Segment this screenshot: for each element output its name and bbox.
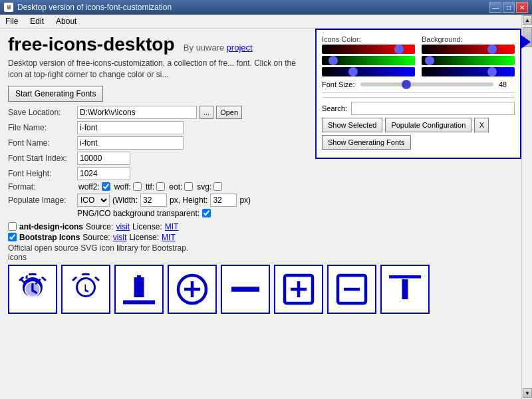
svg-rect-10 (402, 279, 408, 299)
main-content: Icons Color: Background: Font Size: 48 (0, 29, 532, 319)
format-woff2-label[interactable]: woff2: (78, 182, 110, 192)
app-title: free-icons-desktop (8, 34, 175, 55)
bootstrap-name: Bootstrap Icons (19, 233, 80, 242)
background-label: Background: (422, 35, 515, 43)
svg-rect-3 (136, 277, 142, 295)
bootstrap-license-link[interactable]: MIT (162, 233, 176, 242)
bg-transparent-checkbox[interactable] (202, 209, 211, 217)
height-label: px, Height: (170, 196, 207, 205)
window-controls: — □ ✕ (489, 2, 528, 13)
scroll-up-button[interactable]: ▲ (523, 15, 532, 25)
library-bootstrap: Bootstrap Icons Source: visit License: M… (8, 233, 524, 242)
icon-grid (8, 265, 524, 314)
ant-license-label: License: (132, 222, 162, 231)
icons-green-slider[interactable] (322, 56, 415, 65)
icon-alarm-outline[interactable] (61, 265, 110, 314)
icon-align-top[interactable] (380, 265, 430, 314)
populate-select[interactable]: ICO PNG (77, 194, 110, 207)
font-size-value: 48 (499, 80, 515, 88)
format-woff2-checkbox[interactable] (102, 182, 110, 191)
bg-blue-slider[interactable] (422, 67, 515, 76)
start-generating-button[interactable]: Start Generating Fonts (8, 86, 103, 102)
project-link[interactable]: project (227, 43, 253, 53)
by-text: By uuware (184, 43, 224, 53)
icon-dash[interactable] (221, 265, 270, 314)
icons-color-section: Icons Color: (322, 35, 415, 76)
title-bar: 🖥 Desktop version of icons-font-customiz… (0, 0, 532, 15)
open-button[interactable]: Open (216, 106, 242, 119)
ant-source-link[interactable]: visit (116, 222, 130, 231)
bootstrap-checkbox[interactable] (8, 233, 17, 241)
save-location-input[interactable] (77, 106, 197, 119)
icon-alarm-filled[interactable] (8, 265, 57, 314)
menu-about[interactable]: About (53, 16, 79, 27)
bootstrap-source-label: Source: (82, 233, 110, 242)
format-eot-label[interactable]: eot: (169, 182, 193, 192)
file-name-input[interactable] (77, 121, 184, 134)
icon-align-bottom[interactable] (114, 265, 164, 314)
font-name-label: Font Name: (8, 138, 74, 148)
px-label: px) (239, 196, 251, 205)
format-svg-checkbox[interactable] (213, 182, 222, 191)
search-input[interactable] (351, 102, 515, 115)
icon-dash-square[interactable] (327, 265, 376, 314)
font-height-label: Font Height: (8, 169, 74, 178)
populate-config-button[interactable]: Populate Configuration (385, 118, 471, 132)
save-location-label: Save Location: (8, 108, 74, 117)
ant-license-link[interactable]: MIT (165, 222, 179, 231)
font-name-input[interactable] (77, 136, 184, 150)
icon-plus[interactable] (168, 265, 217, 314)
icon-plus-square[interactable] (274, 265, 323, 314)
format-svg-label[interactable]: svg: (197, 182, 222, 192)
ant-source-label: Source: (86, 222, 113, 231)
font-size-label: Font Size: (322, 80, 355, 88)
panel-arrow (521, 35, 531, 49)
populate-label: Populate Image: (8, 196, 74, 205)
file-name-label: File Name: (8, 123, 74, 132)
menu-file[interactable]: File (3, 16, 21, 27)
font-start-input[interactable] (77, 152, 130, 165)
icons-red-slider[interactable] (322, 45, 415, 54)
format-woff-checkbox[interactable] (133, 182, 142, 191)
format-woff-label[interactable]: woff: (114, 182, 142, 192)
bg-green-slider[interactable] (422, 56, 515, 65)
icons-blue-slider[interactable] (322, 67, 415, 76)
show-generating-button[interactable]: Show Generating Fonts (322, 135, 411, 150)
window-title: Desktop version of icons-font-customizat… (17, 3, 172, 12)
bootstrap-source-link[interactable]: visit (113, 233, 127, 242)
icons-label: icons (8, 253, 524, 262)
bootstrap-license-label: License: (129, 233, 159, 242)
ant-design-name: ant-design-icons (19, 222, 83, 231)
font-height-input[interactable] (77, 167, 130, 180)
maximize-button[interactable]: □ (503, 2, 515, 13)
width-input[interactable] (140, 194, 167, 207)
bg-red-slider[interactable] (422, 45, 515, 54)
browse-button[interactable]: ... (200, 106, 213, 119)
menu-edit[interactable]: Edit (27, 16, 47, 27)
bootstrap-description: Official open source SVG icon library fo… (8, 243, 524, 253)
scrollbar[interactable]: ▲ ▼ (521, 15, 532, 399)
font-size-slider[interactable] (360, 82, 493, 86)
height-input[interactable] (210, 194, 237, 207)
format-ttf-checkbox[interactable] (156, 182, 165, 191)
bg-transparent-row: PNG/ICO background transparent: (77, 209, 524, 218)
format-label: Format: (8, 182, 74, 192)
ant-design-checkbox[interactable] (8, 222, 17, 231)
format-ttf-label[interactable]: ttf: (146, 182, 165, 192)
background-color-section: Background: (422, 35, 515, 76)
width-label: (Width: (112, 196, 138, 205)
format-eot-checkbox[interactable] (184, 182, 193, 191)
font-start-label: Font Start Index: (8, 154, 74, 163)
description: Desktop version of free-icons-customizat… (8, 58, 301, 80)
icons-color-label: Icons Color: (322, 35, 415, 43)
bg-label: PNG/ICO background transparent: (77, 209, 200, 218)
scroll-down-button[interactable]: ▼ (523, 388, 532, 398)
library-ant-design: ant-design-icons Source: visit License: … (8, 222, 524, 231)
minimize-button[interactable]: — (489, 2, 501, 13)
menu-bar: File Edit About (0, 15, 532, 29)
close-panel-button[interactable]: X (474, 118, 489, 132)
app-icon: 🖥 (4, 3, 13, 12)
close-button[interactable]: ✕ (516, 2, 528, 13)
search-label: Search: (322, 104, 347, 112)
show-selected-button[interactable]: Show Selected (322, 118, 382, 132)
